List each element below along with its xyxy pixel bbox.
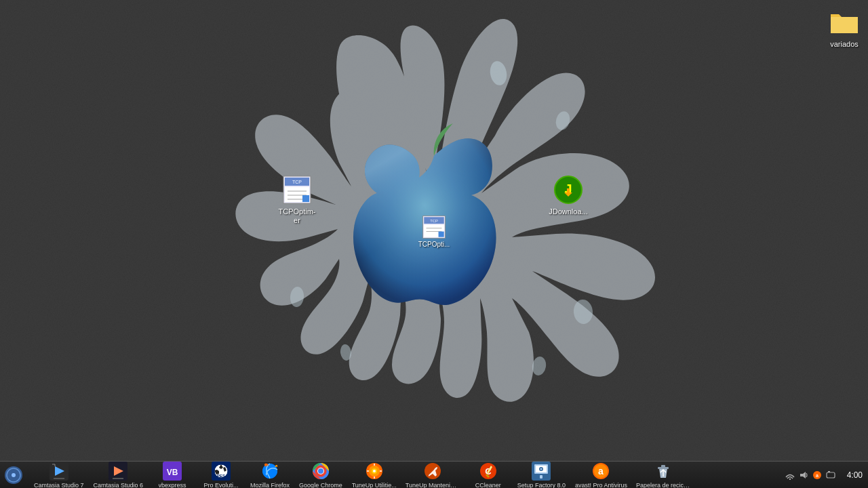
taskbar-vbexpress[interactable]: VB vbexpress (149, 459, 196, 488)
tuneup-maint-label: TuneUp Mantenimi... (406, 482, 460, 488)
desktop: variados TCP TCPOptim-er J (0, 0, 868, 488)
tuneup-util-label: TuneUp Utilitie... (352, 482, 397, 488)
taskbar-tuneup-util[interactable]: TuneUp Utilitie... (348, 459, 401, 488)
setup-factory-label: Setup Factory 8.0 (517, 482, 566, 488)
taskbar-camtasia7[interactable]: Camtasia Studio 7 (30, 459, 88, 488)
papelera-label: Papelera de reciclaje (636, 482, 690, 488)
svg-text:a: a (599, 466, 604, 476)
desktop-icon-tcpoptimizer-dragging[interactable]: TCP TCPOpti... (407, 214, 461, 248)
chrome-label: Google Chrome (299, 482, 342, 488)
svg-rect-63 (540, 475, 542, 479)
proevolution-icon: PES (210, 460, 232, 482)
svg-rect-36 (113, 478, 123, 479)
svg-rect-73 (827, 472, 835, 478)
vbexpress-label: vbexpress (159, 482, 186, 488)
svg-rect-20 (567, 188, 570, 194)
svg-text:PES: PES (217, 474, 225, 478)
tcpoptimizer-drag-label: TCPOpti... (418, 241, 450, 248)
svg-rect-15 (302, 195, 309, 202)
start-button[interactable] (0, 462, 27, 489)
system-tray: a (779, 470, 842, 481)
taskbar-camtasia6[interactable]: Camtasia Studio 6 (90, 459, 148, 488)
taskbar: Camtasia Studio 7 Camtasia Studio 6 (0, 461, 868, 488)
tuneup-util-icon (363, 460, 385, 482)
camtasia7-label: Camtasia Studio 7 (34, 482, 84, 488)
ccleaner-icon: C (477, 460, 499, 482)
taskbar-proevolution[interactable]: PES Pro Evoluti... (197, 459, 245, 488)
camtasia7-icon (48, 460, 70, 482)
folder-icon (828, 6, 861, 39)
svg-marker-70 (800, 472, 806, 479)
svg-rect-74 (828, 471, 830, 472)
taskbar-apps: Camtasia Studio 7 Camtasia Studio 6 (27, 459, 779, 488)
svg-point-62 (540, 468, 542, 470)
camtasia6-label: Camtasia Studio 6 (94, 482, 144, 488)
papelera-icon (652, 460, 674, 482)
taskbar-tuneup-maint[interactable]: TuneUp Mantenimi... (402, 459, 463, 488)
svg-text:a: a (816, 473, 818, 478)
svg-text:TCP: TCP (430, 219, 438, 223)
tcpoptimizer-drag-icon: TCP (420, 214, 448, 241)
camtasia6-icon (107, 460, 129, 482)
desktop-icon-variados[interactable]: variados (817, 3, 868, 52)
svg-point-50 (373, 470, 376, 472)
firefox-icon (259, 460, 281, 482)
tcpoptimizer-box-icon: TCP (281, 174, 313, 206)
svg-rect-27 (439, 232, 444, 237)
desktop-icon-jdownloader[interactable]: J JDownloa... (541, 171, 595, 219)
svg-point-69 (789, 478, 790, 479)
tcpoptimizer-label: TCPOptim-er (279, 207, 316, 225)
taskbar-ccleaner[interactable]: C CCleaner (465, 459, 512, 488)
avast-label: avast! Pro Antivirus (575, 482, 627, 488)
svg-rect-33 (54, 478, 64, 479)
antivirus-tray-icon[interactable]: a (812, 470, 823, 481)
setup-factory-icon (530, 460, 552, 482)
svg-point-46 (318, 468, 323, 474)
jdownloader-icon: J (552, 174, 585, 206)
svg-text:VB: VB (167, 468, 178, 477)
variados-label: variados (830, 40, 859, 49)
ccleaner-label: CCleaner (475, 482, 501, 488)
speaker-tray-icon[interactable] (798, 470, 809, 481)
taskbar-firefox[interactable]: Mozilla Firefox (246, 459, 294, 488)
jdownloader-label: JDownloa... (549, 207, 587, 216)
proevolution-label: Pro Evoluti... (204, 482, 239, 488)
firefox-label: Mozilla Firefox (250, 482, 290, 488)
vbexpress-icon: VB (161, 460, 183, 482)
chrome-icon (310, 460, 332, 482)
extra-tray-icon[interactable] (825, 470, 836, 481)
taskbar-setup-factory[interactable]: Setup Factory 8.0 (513, 459, 570, 488)
svg-point-30 (12, 473, 16, 477)
avast-icon: a (590, 460, 612, 482)
svg-text:TCP: TCP (292, 180, 302, 184)
tuneup-maint-icon (422, 460, 443, 482)
taskbar-chrome[interactable]: Google Chrome (295, 459, 347, 488)
taskbar-clock: 4:00 (842, 470, 868, 480)
desktop-icon-tcpoptimizer[interactable]: TCP TCPOptim-er (270, 171, 324, 228)
svg-rect-68 (661, 465, 665, 468)
network-tray-icon[interactable] (785, 470, 795, 481)
taskbar-papelera[interactable]: Papelera de reciclaje (633, 459, 694, 488)
taskbar-avast[interactable]: a avast! Pro Antivirus (571, 459, 631, 488)
